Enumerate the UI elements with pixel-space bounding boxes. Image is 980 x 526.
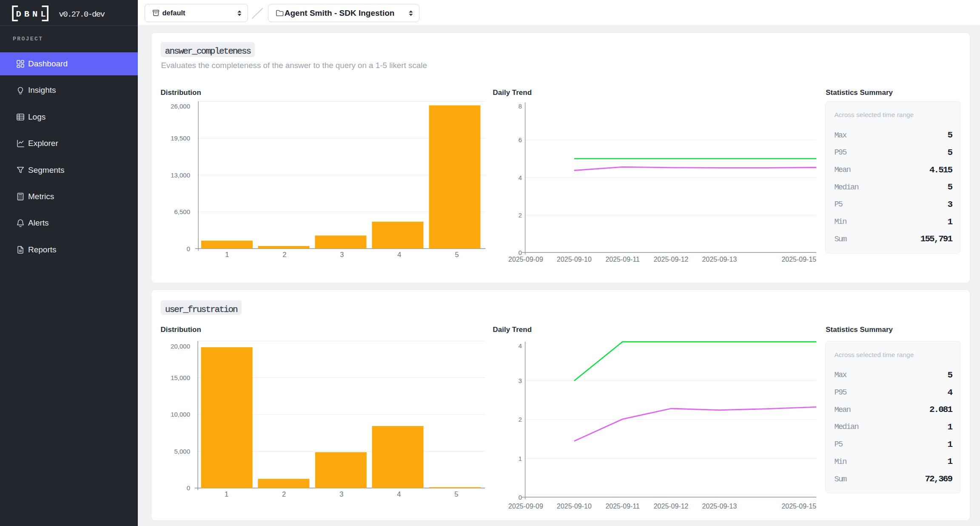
svg-text:6,500: 6,500 <box>174 208 190 215</box>
svg-text:5: 5 <box>947 370 952 380</box>
svg-text:2.081: 2.081 <box>929 405 952 415</box>
svg-text:Evaluates the completeness of: Evaluates the completeness of the answer… <box>161 61 427 70</box>
svg-text:P95: P95 <box>834 388 846 397</box>
svg-text:3: 3 <box>340 251 344 258</box>
svg-text:19,500: 19,500 <box>171 134 190 142</box>
svg-text:1: 1 <box>518 455 521 462</box>
svg-text:2025-09-12: 2025-09-12 <box>653 503 688 510</box>
svg-text:8: 8 <box>518 103 521 110</box>
svg-text:4: 4 <box>518 342 521 349</box>
svg-text:Mean: Mean <box>834 406 850 415</box>
svg-text:2025-09-09: 2025-09-09 <box>508 503 543 510</box>
svg-text:2: 2 <box>282 490 286 498</box>
svg-text:Across selected time range: Across selected time range <box>834 111 914 118</box>
svg-text:4: 4 <box>397 251 401 258</box>
svg-text:72,369: 72,369 <box>925 475 952 484</box>
svg-text:user_frustration: user_frustration <box>165 305 237 314</box>
svg-text:P5: P5 <box>834 440 842 449</box>
svg-text:v0.27.0-dev: v0.27.0-dev <box>59 10 105 19</box>
svg-text:Min: Min <box>834 457 846 466</box>
svg-text:Max: Max <box>834 131 847 140</box>
svg-text:1: 1 <box>947 217 952 227</box>
svg-text:3: 3 <box>947 200 952 209</box>
svg-text:2025-09-13: 2025-09-13 <box>702 503 737 510</box>
svg-text:Statistics Summary: Statistics Summary <box>826 89 893 97</box>
svg-text:15,000: 15,000 <box>171 374 190 381</box>
svg-text:2025-09-10: 2025-09-10 <box>557 256 592 263</box>
svg-text:P95: P95 <box>834 148 846 157</box>
svg-text:2025-09-11: 2025-09-11 <box>605 256 640 263</box>
svg-text:3: 3 <box>518 377 521 385</box>
svg-text:Median: Median <box>834 423 858 432</box>
svg-text:5: 5 <box>947 130 952 140</box>
svg-text:2025-09-13: 2025-09-13 <box>702 256 737 263</box>
svg-text:2: 2 <box>518 416 521 423</box>
svg-text:10,000: 10,000 <box>171 411 190 418</box>
svg-text:1: 1 <box>947 457 952 467</box>
svg-text:1: 1 <box>225 251 229 258</box>
svg-text:2025-09-15: 2025-09-15 <box>781 503 816 510</box>
svg-text:13,000: 13,000 <box>171 172 190 179</box>
svg-text:Sum: Sum <box>834 235 847 244</box>
svg-text:0: 0 <box>186 485 190 492</box>
svg-text:Daily Trend: Daily Trend <box>493 89 532 97</box>
svg-text:Max: Max <box>834 371 847 380</box>
svg-text:Across selected time range: Across selected time range <box>834 351 914 358</box>
svg-text:1: 1 <box>947 422 952 432</box>
svg-text:0: 0 <box>518 494 521 501</box>
svg-text:0: 0 <box>186 245 190 252</box>
svg-text:answer_completeness: answer_completeness <box>165 46 251 56</box>
svg-text:Min: Min <box>834 217 846 226</box>
svg-text:Statistics Summary: Statistics Summary <box>826 326 893 334</box>
svg-text:0: 0 <box>518 249 521 256</box>
svg-text:2: 2 <box>282 251 286 258</box>
svg-text:2025-09-09: 2025-09-09 <box>508 256 543 263</box>
svg-text:Mean: Mean <box>834 166 850 174</box>
svg-text:Distribution: Distribution <box>160 89 201 97</box>
svg-text:4: 4 <box>518 174 521 181</box>
svg-text:5: 5 <box>454 490 458 498</box>
svg-text:2025-09-11: 2025-09-11 <box>605 503 640 510</box>
svg-text:26,000: 26,000 <box>171 103 190 110</box>
svg-text:155,791: 155,791 <box>920 234 952 244</box>
svg-text:3: 3 <box>339 490 343 498</box>
svg-text:2: 2 <box>518 212 521 219</box>
svg-text:20,000: 20,000 <box>171 343 190 350</box>
svg-text:6: 6 <box>518 136 521 143</box>
svg-text:2025-09-12: 2025-09-12 <box>653 256 688 263</box>
svg-text:Daily Trend: Daily Trend <box>493 326 532 334</box>
svg-text:Median: Median <box>834 183 858 192</box>
svg-text:5: 5 <box>947 148 952 157</box>
svg-text:DBNL: DBNL <box>16 9 48 19</box>
svg-text:2025-09-10: 2025-09-10 <box>557 503 592 510</box>
svg-text:4.515: 4.515 <box>929 165 952 175</box>
svg-text:Sum: Sum <box>834 475 847 484</box>
svg-text:P5: P5 <box>834 200 842 209</box>
svg-text:5,000: 5,000 <box>174 448 190 455</box>
svg-text:5: 5 <box>947 182 952 192</box>
svg-text:1: 1 <box>225 490 228 498</box>
svg-text:4: 4 <box>397 490 401 498</box>
svg-text:4: 4 <box>947 388 952 397</box>
svg-text:5: 5 <box>455 251 459 258</box>
svg-text:1: 1 <box>947 440 952 449</box>
svg-text:Distribution: Distribution <box>160 326 201 334</box>
svg-text:2025-09-15: 2025-09-15 <box>781 256 816 263</box>
